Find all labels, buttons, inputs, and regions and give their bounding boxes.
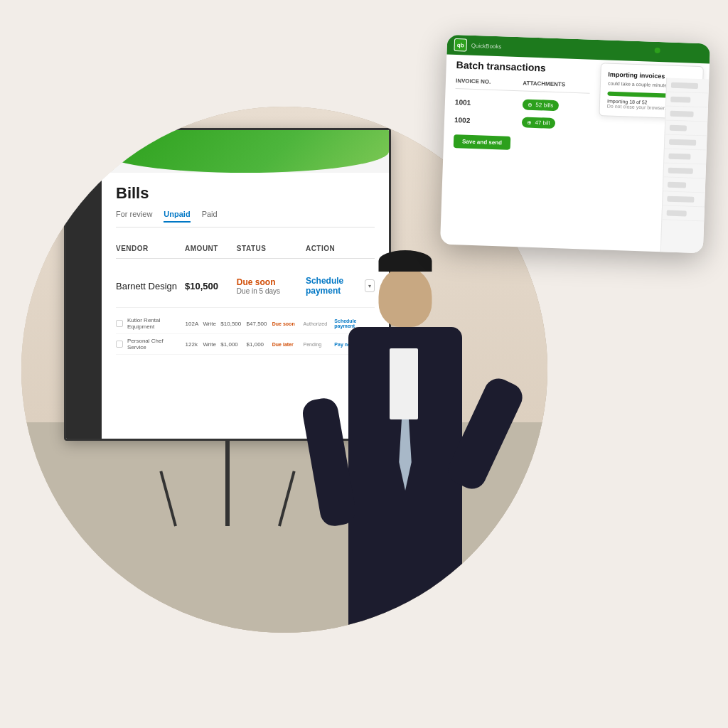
batch-save-btn[interactable]: Save and send [454, 129, 589, 153]
batch-right-row [663, 191, 705, 207]
batch-count-1002: ⊕ 47 bill [521, 117, 555, 129]
batch-right-row [665, 134, 707, 150]
batch-badge-1001: ⊕ 52 bills [522, 99, 589, 112]
col-vendor: VENDOR [116, 245, 185, 252]
batch-right-row [666, 92, 709, 107]
tab-paid[interactable]: Paid [202, 210, 218, 223]
batch-right-row [663, 177, 706, 193]
row-checkbox-2[interactable] [116, 341, 123, 348]
qb-sidebar: qb [66, 130, 102, 439]
person-head [379, 267, 432, 327]
row-checkbox[interactable] [116, 320, 123, 327]
batch-main-area: Batch transactions Invoice No. Attachmen… [441, 50, 601, 230]
status-cell: Due soon Due in 5 days [237, 277, 306, 295]
status-due-soon-mini: Due soon [272, 321, 299, 326]
tripod-leg-right [278, 471, 296, 526]
mini-vendor-1: Kutlor Rental Equipment [127, 317, 181, 330]
batch-qb-logo: qb [454, 38, 467, 52]
batch-right-row [664, 149, 707, 164]
batch-count-1001: ⊕ 52 bills [522, 99, 559, 111]
tab-for-review[interactable]: For review [116, 210, 152, 223]
col-action: ACTION [306, 245, 375, 252]
batch-transactions-title: Batch transactions [456, 59, 591, 75]
batch-col-attachments: Attachments [523, 80, 590, 88]
bills-page-title: Bills [116, 184, 375, 203]
status-dot [655, 48, 660, 53]
status-due-sub: Due in 5 days [237, 287, 306, 295]
batch-nav-text: QuickBooks [471, 42, 502, 49]
batch-invoice-1001: 1001 [455, 98, 523, 108]
vendor-name-barnett: Barnett Design [116, 281, 185, 291]
batch-right-row [662, 205, 705, 221]
batch-save-label[interactable]: Save and send [454, 134, 511, 150]
bills-tabs: For review Unpaid Paid [116, 210, 375, 228]
person-shirt [390, 348, 418, 419]
tab-unpaid[interactable]: Unpaid [164, 210, 190, 223]
batch-right-row [665, 106, 708, 122]
mini-vendor-2: Personal Chef Service [127, 338, 181, 350]
tripod-leg-left [159, 471, 177, 526]
batch-right-col [660, 77, 710, 253]
bills-table-header: VENDOR AMOUNT STATUS ACTION [116, 239, 375, 259]
batch-transactions-popup: qb QuickBooks Batch actions Batch transa… [440, 35, 710, 254]
amount-value: $10,500 [185, 281, 237, 291]
batch-badge-1002: ⊕ 47 bill [521, 117, 589, 129]
status-due-soon: Due soon [237, 277, 306, 287]
qb-green-header [102, 130, 389, 173]
batch-right-row [665, 120, 708, 136]
batch-content: Batch transactions Invoice No. Attachmen… [441, 50, 710, 234]
col-status: STATUS [237, 245, 306, 252]
batch-right-row [667, 77, 710, 93]
tripod-pole [225, 441, 230, 526]
presenter-person [306, 263, 505, 633]
batch-table-header: Invoice No. Attachments [456, 77, 590, 94]
person-hair [379, 250, 432, 272]
col-amount: AMOUNT [185, 245, 237, 252]
status-due-later-mini: Due later [272, 342, 299, 347]
qb-logo-icon: qb [73, 139, 95, 161]
import-progress-fill [607, 92, 668, 98]
batch-col-invoice: Invoice No. [456, 77, 523, 86]
batch-right-row [663, 163, 706, 178]
batch-invoice-1002: 1002 [454, 116, 522, 126]
